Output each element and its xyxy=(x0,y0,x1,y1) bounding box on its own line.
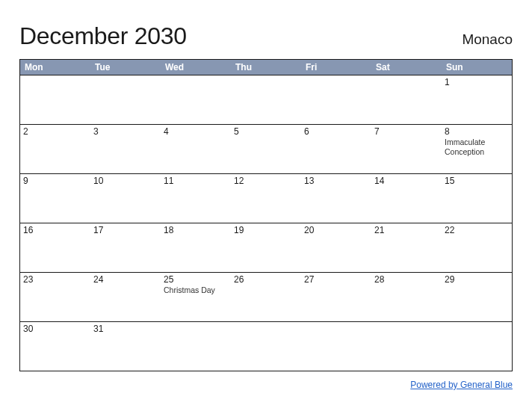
day-cell: 11 xyxy=(161,174,231,223)
day-number: 28 xyxy=(374,274,439,285)
day-cell xyxy=(20,75,90,124)
day-cell: 20 xyxy=(301,223,371,272)
day-number: 12 xyxy=(234,176,298,186)
week-row: 23 24 25Christmas Day 26 27 28 29 xyxy=(20,272,512,321)
day-cell xyxy=(161,75,231,124)
calendar-header: December 2030 Monaco xyxy=(19,22,513,50)
day-number: 31 xyxy=(93,324,158,334)
day-cell: 5 xyxy=(231,125,301,173)
day-cell: 16 xyxy=(20,223,90,272)
day-cell: 3 xyxy=(90,125,161,173)
day-cell: 23 xyxy=(20,273,90,321)
day-cell xyxy=(371,75,442,124)
day-number: 19 xyxy=(234,225,298,235)
day-number: 30 xyxy=(23,324,87,334)
day-number: 6 xyxy=(304,126,368,137)
day-number: 23 xyxy=(23,274,87,285)
page-title: December 2030 xyxy=(19,22,187,50)
day-number: 16 xyxy=(23,225,87,235)
day-number: 17 xyxy=(93,225,158,235)
day-number: 27 xyxy=(304,274,368,285)
day-label-mon: Mon xyxy=(20,60,90,75)
day-number: 2 xyxy=(23,126,87,137)
event-label: Christmas Day xyxy=(164,285,228,295)
event-label: Immaculate Conception xyxy=(445,137,509,157)
day-cell: 10 xyxy=(90,174,161,223)
powered-by-link[interactable]: Powered by General Blue xyxy=(410,380,513,390)
week-row: 1 xyxy=(20,75,512,124)
day-cell: 7 xyxy=(371,125,442,173)
week-row: 16 17 18 19 20 21 22 xyxy=(20,223,512,272)
day-label-wed: Wed xyxy=(161,60,231,75)
day-label-sat: Sat xyxy=(371,60,442,75)
week-row: 30 31 xyxy=(20,321,512,371)
day-number: 26 xyxy=(234,274,298,285)
day-number: 9 xyxy=(23,176,87,186)
day-number: 8 xyxy=(445,126,509,137)
day-cell xyxy=(371,322,442,371)
day-cell: 15 xyxy=(442,174,512,223)
day-cell: 22 xyxy=(442,223,512,272)
day-cell: 14 xyxy=(371,174,442,223)
day-cell: 6 xyxy=(301,125,371,173)
calendar-grid: Mon Tue Wed Thu Fri Sat Sun 1 2 3 4 5 6 … xyxy=(19,59,513,371)
day-cell: 1 xyxy=(442,75,512,124)
day-cell: 9 xyxy=(20,174,90,223)
day-cell: 17 xyxy=(90,223,161,272)
day-number: 1 xyxy=(445,77,509,87)
day-cell xyxy=(442,322,512,371)
day-cell: 18 xyxy=(161,223,231,272)
day-number: 10 xyxy=(93,176,158,186)
day-cell: 8Immaculate Conception xyxy=(442,125,512,173)
day-number: 29 xyxy=(445,274,509,285)
day-cell: 19 xyxy=(231,223,301,272)
day-cell: 30 xyxy=(20,322,90,371)
day-number: 24 xyxy=(93,274,158,285)
day-cell: 13 xyxy=(301,174,371,223)
day-cell xyxy=(231,75,301,124)
day-cell: 24 xyxy=(90,273,161,321)
day-cell: 21 xyxy=(371,223,442,272)
week-row: 9 10 11 12 13 14 15 xyxy=(20,173,512,223)
day-label-thu: Thu xyxy=(231,60,301,75)
country-label: Monaco xyxy=(462,31,513,48)
day-cell: 4 xyxy=(161,125,231,173)
footer: Powered by General Blue xyxy=(19,377,513,391)
day-cell xyxy=(161,322,231,371)
day-cell xyxy=(301,322,371,371)
day-number: 13 xyxy=(304,176,368,186)
day-cell: 2 xyxy=(20,125,90,173)
day-label-sun: Sun xyxy=(442,60,512,75)
day-number: 14 xyxy=(374,176,439,186)
day-cell: 28 xyxy=(371,273,442,321)
day-number: 18 xyxy=(164,225,228,235)
day-cell: 31 xyxy=(90,322,161,371)
week-row: 2 3 4 5 6 7 8Immaculate Conception xyxy=(20,124,512,173)
day-number: 20 xyxy=(304,225,368,235)
day-number: 4 xyxy=(164,126,228,137)
day-cell: 29 xyxy=(442,273,512,321)
day-number: 15 xyxy=(445,176,509,186)
day-cell: 27 xyxy=(301,273,371,321)
day-number: 11 xyxy=(164,176,228,186)
day-cell xyxy=(231,322,301,371)
day-number: 3 xyxy=(93,126,158,137)
day-header-row: Mon Tue Wed Thu Fri Sat Sun xyxy=(20,59,512,75)
day-number: 5 xyxy=(234,126,298,137)
day-number: 21 xyxy=(374,225,439,235)
day-label-tue: Tue xyxy=(90,60,161,75)
day-label-fri: Fri xyxy=(301,60,371,75)
day-number: 7 xyxy=(374,126,439,137)
day-cell xyxy=(301,75,371,124)
day-number: 25 xyxy=(164,274,228,285)
day-cell xyxy=(90,75,161,124)
day-cell: 25Christmas Day xyxy=(161,273,231,321)
day-cell: 26 xyxy=(231,273,301,321)
day-cell: 12 xyxy=(231,174,301,223)
day-number: 22 xyxy=(445,225,509,235)
